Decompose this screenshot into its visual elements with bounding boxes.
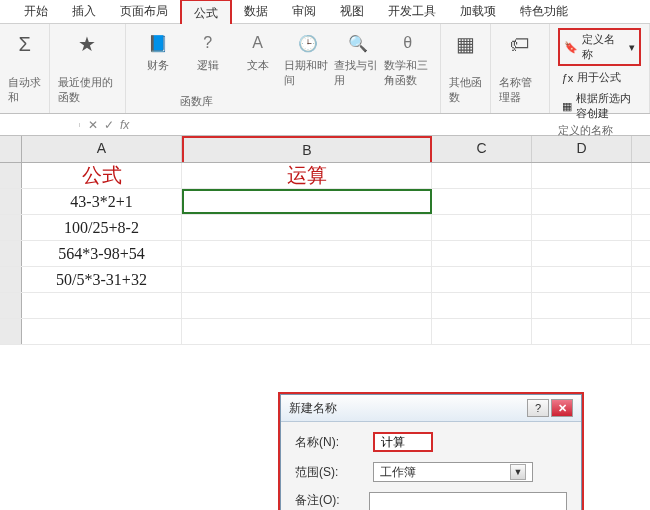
tab-formulas[interactable]: 公式 (180, 0, 232, 26)
more-icon[interactable]: ▦ (449, 28, 481, 60)
tab-special[interactable]: 特色功能 (508, 0, 580, 24)
autosum-label: 自动求和 (8, 75, 41, 109)
dialog-titlebar[interactable]: 新建名称 ? ✕ (281, 395, 581, 422)
name-input[interactable] (373, 432, 433, 452)
col-header-D[interactable]: D (532, 136, 632, 162)
tab-page-layout[interactable]: 页面布局 (108, 0, 180, 24)
row-header[interactable] (0, 241, 22, 266)
formula-bar: ✕ ✓ fx (0, 114, 650, 136)
row-header[interactable] (0, 163, 22, 188)
recent-label: 最近使用的函数 (58, 75, 116, 109)
btn-financial[interactable]: 📘财务 (134, 28, 182, 88)
col-header-B[interactable]: B (182, 136, 432, 162)
clock-icon: 🕒 (296, 28, 320, 58)
btn-lookup[interactable]: 🔍查找与引用 (334, 28, 382, 88)
tab-review[interactable]: 审阅 (280, 0, 328, 24)
use-in-formula-button[interactable]: ƒx 用于公式 (558, 68, 641, 87)
cell-D1[interactable] (532, 163, 632, 188)
chevron-down-icon: ▼ (510, 464, 526, 480)
cell-C6[interactable] (432, 293, 532, 318)
fn-library-label: 函数库 (180, 94, 213, 113)
row-6 (0, 293, 650, 319)
ribbon-tabs: 开始 插入 页面布局 公式 数据 审阅 视图 开发工具 加载项 特色功能 (0, 0, 650, 24)
confirm-formula-icon[interactable]: ✓ (104, 118, 114, 132)
cell-A5[interactable]: 50/5*3-31+32 (22, 267, 182, 292)
cell-A6[interactable] (22, 293, 182, 318)
cell-A7[interactable] (22, 319, 182, 344)
cell-B6[interactable] (182, 293, 432, 318)
scope-value: 工作簿 (380, 464, 416, 481)
tab-home[interactable]: 开始 (12, 0, 60, 24)
cell-B7[interactable] (182, 319, 432, 344)
row-header[interactable] (0, 267, 22, 292)
cell-D6[interactable] (532, 293, 632, 318)
btn-logical[interactable]: ?逻辑 (184, 28, 232, 88)
cell-D4[interactable] (532, 241, 632, 266)
group-name-manager: 🏷 名称管理器 (491, 24, 550, 113)
select-all-corner[interactable] (0, 136, 22, 162)
define-name-button[interactable]: 🔖 定义名称 ▾ (558, 28, 641, 66)
comment-field-label: 备注(O): (295, 492, 361, 509)
name-manager-icon[interactable]: 🏷 (504, 28, 536, 60)
scope-field-label: 范围(S): (295, 464, 365, 481)
tab-data[interactable]: 数据 (232, 0, 280, 24)
cell-D7[interactable] (532, 319, 632, 344)
cell-C1[interactable] (432, 163, 532, 188)
cell-C5[interactable] (432, 267, 532, 292)
cell-D5[interactable] (532, 267, 632, 292)
row-header[interactable] (0, 215, 22, 240)
col-header-A[interactable]: A (22, 136, 182, 162)
row-4: 564*3-98+54 (0, 241, 650, 267)
cell-B4[interactable] (182, 241, 432, 266)
cell-B1[interactable]: 运算 (182, 163, 432, 188)
sigma-icon[interactable]: Σ (9, 28, 41, 60)
cell-B3[interactable] (182, 215, 432, 240)
fx-icon[interactable]: fx (120, 118, 129, 132)
ribbon-body: Σ 自动求和 ★ 最近使用的函数 📘财务 ?逻辑 A文本 🕒日期和时间 🔍查找与… (0, 24, 650, 114)
cell-B5[interactable] (182, 267, 432, 292)
row-3: 100/25+8-2 (0, 215, 650, 241)
recent-icon[interactable]: ★ (71, 28, 103, 60)
cell-C2[interactable] (432, 189, 532, 214)
row-7 (0, 319, 650, 345)
tab-addins[interactable]: 加载项 (448, 0, 508, 24)
name-field-label: 名称(N): (295, 434, 365, 451)
cell-A1[interactable]: 公式 (22, 163, 182, 188)
comment-textarea[interactable] (369, 492, 567, 510)
row-header[interactable] (0, 189, 22, 214)
btn-math[interactable]: θ数学和三角函数 (384, 28, 432, 88)
cell-B2-selected[interactable] (182, 189, 432, 214)
name-box[interactable] (0, 123, 80, 127)
cell-A3[interactable]: 100/25+8-2 (22, 215, 182, 240)
tab-developer[interactable]: 开发工具 (376, 0, 448, 24)
cell-C7[interactable] (432, 319, 532, 344)
dialog-help-button[interactable]: ? (527, 399, 549, 417)
cell-C3[interactable] (432, 215, 532, 240)
column-headers: A B C D (0, 136, 650, 163)
group-fn-library: 📘财务 ?逻辑 A文本 🕒日期和时间 🔍查找与引用 θ数学和三角函数 (126, 24, 441, 113)
cell-D2[interactable] (532, 189, 632, 214)
more-label: 其他函数 (449, 75, 482, 109)
cell-D3[interactable] (532, 215, 632, 240)
btn-datetime[interactable]: 🕒日期和时间 (284, 28, 332, 88)
dialog-highlight: 新建名称 ? ✕ 名称(N): 范围(S): 工作簿 ▼ (278, 392, 584, 510)
cell-A2[interactable]: 43-3*2+1 (22, 189, 182, 214)
cell-A4[interactable]: 564*3-98+54 (22, 241, 182, 266)
new-name-dialog: 新建名称 ? ✕ 名称(N): 范围(S): 工作簿 ▼ (280, 394, 582, 510)
cancel-formula-icon[interactable]: ✕ (88, 118, 98, 132)
create-from-selection-button[interactable]: ▦ 根据所选内容创建 (558, 89, 641, 123)
text-icon: A (246, 28, 270, 58)
group-defined-names: 🔖 定义名称 ▾ ƒx 用于公式 ▦ 根据所选内容创建 定义的名称 (550, 24, 650, 113)
financial-icon: 📘 (146, 28, 170, 58)
col-header-C[interactable]: C (432, 136, 532, 162)
dialog-close-button[interactable]: ✕ (551, 399, 573, 417)
scope-select[interactable]: 工作簿 ▼ (373, 462, 533, 482)
tab-view[interactable]: 视图 (328, 0, 376, 24)
row-header[interactable] (0, 319, 22, 344)
row-header[interactable] (0, 293, 22, 318)
group-more-fn: ▦ 其他函数 (441, 24, 491, 113)
cell-C4[interactable] (432, 241, 532, 266)
tab-insert[interactable]: 插入 (60, 0, 108, 24)
tag-icon: 🔖 (564, 41, 578, 54)
btn-text[interactable]: A文本 (234, 28, 282, 88)
